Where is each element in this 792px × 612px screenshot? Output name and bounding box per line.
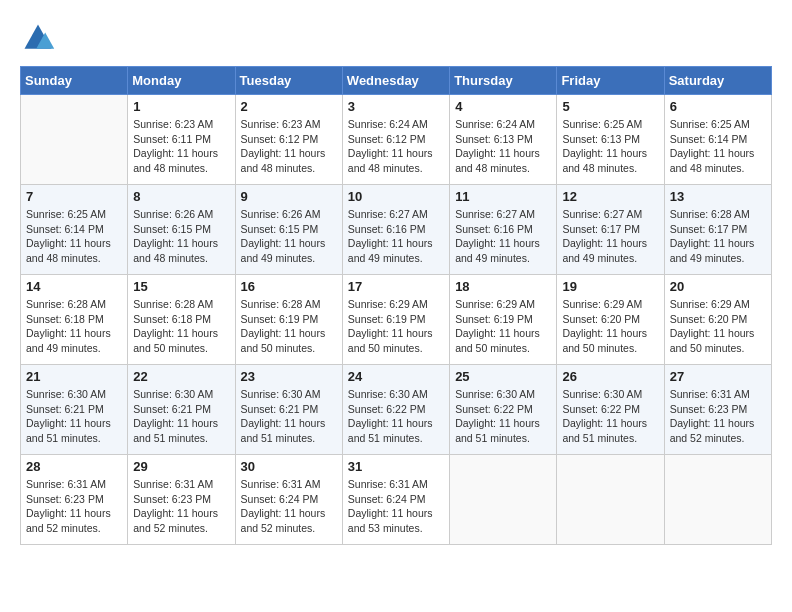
day-info: Sunrise: 6:27 AM Sunset: 6:16 PM Dayligh… xyxy=(455,207,551,266)
day-number: 30 xyxy=(241,459,337,474)
day-number: 8 xyxy=(133,189,229,204)
day-info: Sunrise: 6:27 AM Sunset: 6:17 PM Dayligh… xyxy=(562,207,658,266)
calendar-cell: 7Sunrise: 6:25 AM Sunset: 6:14 PM Daylig… xyxy=(21,185,128,275)
day-number: 28 xyxy=(26,459,122,474)
day-number: 11 xyxy=(455,189,551,204)
calendar-cell: 18Sunrise: 6:29 AM Sunset: 6:19 PM Dayli… xyxy=(450,275,557,365)
day-info: Sunrise: 6:25 AM Sunset: 6:14 PM Dayligh… xyxy=(670,117,766,176)
day-number: 19 xyxy=(562,279,658,294)
calendar-cell xyxy=(557,455,664,545)
calendar-cell: 25Sunrise: 6:30 AM Sunset: 6:22 PM Dayli… xyxy=(450,365,557,455)
day-info: Sunrise: 6:24 AM Sunset: 6:12 PM Dayligh… xyxy=(348,117,444,176)
day-info: Sunrise: 6:28 AM Sunset: 6:18 PM Dayligh… xyxy=(133,297,229,356)
day-info: Sunrise: 6:25 AM Sunset: 6:14 PM Dayligh… xyxy=(26,207,122,266)
day-number: 20 xyxy=(670,279,766,294)
column-header-sunday: Sunday xyxy=(21,67,128,95)
day-info: Sunrise: 6:24 AM Sunset: 6:13 PM Dayligh… xyxy=(455,117,551,176)
calendar-week-row: 1Sunrise: 6:23 AM Sunset: 6:11 PM Daylig… xyxy=(21,95,772,185)
day-info: Sunrise: 6:31 AM Sunset: 6:23 PM Dayligh… xyxy=(26,477,122,536)
day-number: 27 xyxy=(670,369,766,384)
calendar-cell: 14Sunrise: 6:28 AM Sunset: 6:18 PM Dayli… xyxy=(21,275,128,365)
calendar-cell: 2Sunrise: 6:23 AM Sunset: 6:12 PM Daylig… xyxy=(235,95,342,185)
calendar-cell: 29Sunrise: 6:31 AM Sunset: 6:23 PM Dayli… xyxy=(128,455,235,545)
calendar: SundayMondayTuesdayWednesdayThursdayFrid… xyxy=(20,66,772,545)
calendar-cell: 13Sunrise: 6:28 AM Sunset: 6:17 PM Dayli… xyxy=(664,185,771,275)
day-number: 2 xyxy=(241,99,337,114)
day-info: Sunrise: 6:30 AM Sunset: 6:22 PM Dayligh… xyxy=(562,387,658,446)
days-header-row: SundayMondayTuesdayWednesdayThursdayFrid… xyxy=(21,67,772,95)
day-info: Sunrise: 6:29 AM Sunset: 6:19 PM Dayligh… xyxy=(455,297,551,356)
calendar-cell: 28Sunrise: 6:31 AM Sunset: 6:23 PM Dayli… xyxy=(21,455,128,545)
day-number: 26 xyxy=(562,369,658,384)
column-header-saturday: Saturday xyxy=(664,67,771,95)
calendar-cell: 26Sunrise: 6:30 AM Sunset: 6:22 PM Dayli… xyxy=(557,365,664,455)
column-header-tuesday: Tuesday xyxy=(235,67,342,95)
day-number: 6 xyxy=(670,99,766,114)
day-info: Sunrise: 6:29 AM Sunset: 6:19 PM Dayligh… xyxy=(348,297,444,356)
calendar-cell: 15Sunrise: 6:28 AM Sunset: 6:18 PM Dayli… xyxy=(128,275,235,365)
calendar-cell: 30Sunrise: 6:31 AM Sunset: 6:24 PM Dayli… xyxy=(235,455,342,545)
calendar-cell: 21Sunrise: 6:30 AM Sunset: 6:21 PM Dayli… xyxy=(21,365,128,455)
calendar-cell: 12Sunrise: 6:27 AM Sunset: 6:17 PM Dayli… xyxy=(557,185,664,275)
day-number: 16 xyxy=(241,279,337,294)
column-header-friday: Friday xyxy=(557,67,664,95)
day-info: Sunrise: 6:27 AM Sunset: 6:16 PM Dayligh… xyxy=(348,207,444,266)
day-info: Sunrise: 6:31 AM Sunset: 6:24 PM Dayligh… xyxy=(241,477,337,536)
calendar-cell: 17Sunrise: 6:29 AM Sunset: 6:19 PM Dayli… xyxy=(342,275,449,365)
day-info: Sunrise: 6:30 AM Sunset: 6:21 PM Dayligh… xyxy=(26,387,122,446)
day-info: Sunrise: 6:28 AM Sunset: 6:17 PM Dayligh… xyxy=(670,207,766,266)
calendar-cell: 20Sunrise: 6:29 AM Sunset: 6:20 PM Dayli… xyxy=(664,275,771,365)
day-number: 18 xyxy=(455,279,551,294)
calendar-cell: 10Sunrise: 6:27 AM Sunset: 6:16 PM Dayli… xyxy=(342,185,449,275)
day-info: Sunrise: 6:30 AM Sunset: 6:21 PM Dayligh… xyxy=(241,387,337,446)
calendar-cell: 3Sunrise: 6:24 AM Sunset: 6:12 PM Daylig… xyxy=(342,95,449,185)
calendar-week-row: 21Sunrise: 6:30 AM Sunset: 6:21 PM Dayli… xyxy=(21,365,772,455)
day-info: Sunrise: 6:31 AM Sunset: 6:24 PM Dayligh… xyxy=(348,477,444,536)
day-number: 3 xyxy=(348,99,444,114)
calendar-cell: 8Sunrise: 6:26 AM Sunset: 6:15 PM Daylig… xyxy=(128,185,235,275)
calendar-cell: 22Sunrise: 6:30 AM Sunset: 6:21 PM Dayli… xyxy=(128,365,235,455)
column-header-monday: Monday xyxy=(128,67,235,95)
day-info: Sunrise: 6:30 AM Sunset: 6:22 PM Dayligh… xyxy=(348,387,444,446)
day-number: 29 xyxy=(133,459,229,474)
day-number: 15 xyxy=(133,279,229,294)
day-number: 4 xyxy=(455,99,551,114)
calendar-cell: 16Sunrise: 6:28 AM Sunset: 6:19 PM Dayli… xyxy=(235,275,342,365)
calendar-cell: 19Sunrise: 6:29 AM Sunset: 6:20 PM Dayli… xyxy=(557,275,664,365)
day-info: Sunrise: 6:28 AM Sunset: 6:18 PM Dayligh… xyxy=(26,297,122,356)
day-number: 21 xyxy=(26,369,122,384)
day-info: Sunrise: 6:28 AM Sunset: 6:19 PM Dayligh… xyxy=(241,297,337,356)
day-number: 31 xyxy=(348,459,444,474)
day-number: 13 xyxy=(670,189,766,204)
calendar-cell xyxy=(21,95,128,185)
day-number: 7 xyxy=(26,189,122,204)
calendar-cell: 24Sunrise: 6:30 AM Sunset: 6:22 PM Dayli… xyxy=(342,365,449,455)
day-info: Sunrise: 6:23 AM Sunset: 6:12 PM Dayligh… xyxy=(241,117,337,176)
day-number: 9 xyxy=(241,189,337,204)
day-number: 24 xyxy=(348,369,444,384)
calendar-cell: 1Sunrise: 6:23 AM Sunset: 6:11 PM Daylig… xyxy=(128,95,235,185)
logo xyxy=(20,20,60,56)
calendar-cell: 5Sunrise: 6:25 AM Sunset: 6:13 PM Daylig… xyxy=(557,95,664,185)
day-number: 1 xyxy=(133,99,229,114)
day-number: 25 xyxy=(455,369,551,384)
calendar-cell: 11Sunrise: 6:27 AM Sunset: 6:16 PM Dayli… xyxy=(450,185,557,275)
calendar-cell: 27Sunrise: 6:31 AM Sunset: 6:23 PM Dayli… xyxy=(664,365,771,455)
day-number: 5 xyxy=(562,99,658,114)
day-number: 22 xyxy=(133,369,229,384)
day-info: Sunrise: 6:29 AM Sunset: 6:20 PM Dayligh… xyxy=(562,297,658,356)
calendar-cell: 23Sunrise: 6:30 AM Sunset: 6:21 PM Dayli… xyxy=(235,365,342,455)
day-info: Sunrise: 6:31 AM Sunset: 6:23 PM Dayligh… xyxy=(133,477,229,536)
day-number: 17 xyxy=(348,279,444,294)
column-header-wednesday: Wednesday xyxy=(342,67,449,95)
calendar-cell: 4Sunrise: 6:24 AM Sunset: 6:13 PM Daylig… xyxy=(450,95,557,185)
calendar-cell: 31Sunrise: 6:31 AM Sunset: 6:24 PM Dayli… xyxy=(342,455,449,545)
calendar-week-row: 28Sunrise: 6:31 AM Sunset: 6:23 PM Dayli… xyxy=(21,455,772,545)
calendar-week-row: 7Sunrise: 6:25 AM Sunset: 6:14 PM Daylig… xyxy=(21,185,772,275)
day-number: 12 xyxy=(562,189,658,204)
day-info: Sunrise: 6:31 AM Sunset: 6:23 PM Dayligh… xyxy=(670,387,766,446)
calendar-cell xyxy=(664,455,771,545)
day-info: Sunrise: 6:25 AM Sunset: 6:13 PM Dayligh… xyxy=(562,117,658,176)
day-info: Sunrise: 6:26 AM Sunset: 6:15 PM Dayligh… xyxy=(241,207,337,266)
calendar-cell: 9Sunrise: 6:26 AM Sunset: 6:15 PM Daylig… xyxy=(235,185,342,275)
